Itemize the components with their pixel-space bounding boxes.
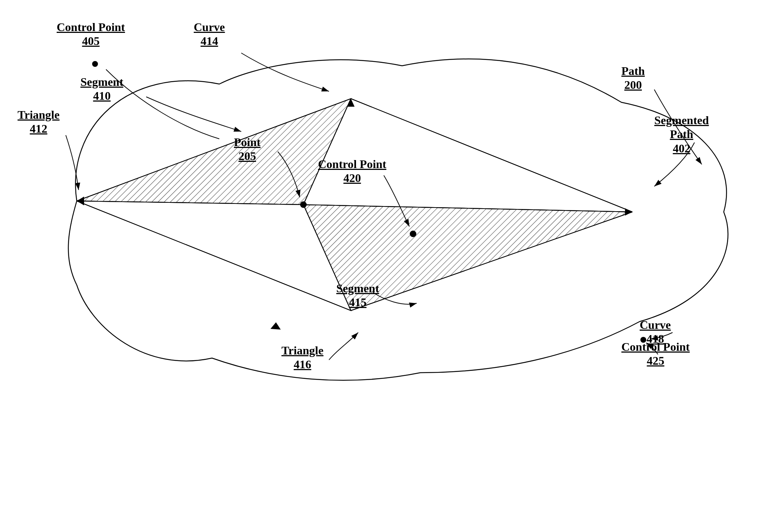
label-path-200: Path 200 — [621, 64, 645, 92]
svg-marker-3 — [77, 99, 351, 205]
label-triangle-412: Triangle 412 — [18, 108, 60, 136]
label-control-point-425: Control Point 425 — [621, 340, 690, 368]
label-point-205: Point 205 — [234, 135, 261, 163]
svg-point-20 — [300, 201, 307, 208]
svg-marker-5 — [303, 99, 632, 212]
label-control-point-420: Control Point 420 — [318, 157, 386, 185]
svg-marker-18 — [625, 208, 632, 216]
svg-point-21 — [410, 231, 416, 237]
label-triangle-416: Triangle 416 — [281, 343, 323, 372]
label-segment-415: Segment 415 — [336, 281, 379, 309]
label-segmented-path-402: Segmented Path 402 — [654, 113, 709, 155]
label-control-point-405: Control Point 405 — [57, 20, 125, 48]
label-curve-414: Curve 414 — [194, 20, 225, 48]
svg-point-19 — [92, 61, 98, 67]
label-segment-410: Segment 410 — [80, 75, 123, 103]
svg-marker-15 — [77, 197, 84, 205]
diagram: Control Point 405 Curve 414 Path 200 Seg… — [0, 0, 776, 532]
svg-marker-17 — [270, 322, 281, 330]
